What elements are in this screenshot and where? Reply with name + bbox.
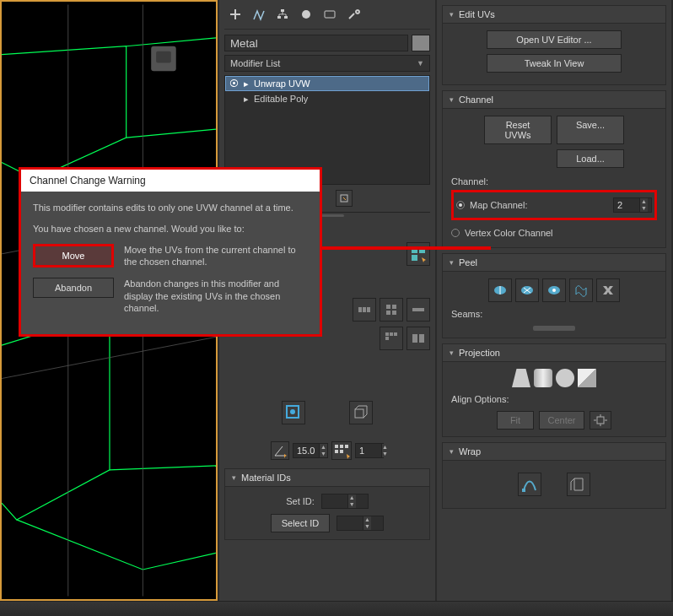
callout-line	[322, 246, 491, 250]
box-map-icon[interactable]	[578, 369, 596, 387]
angle-icon[interactable]	[271, 441, 289, 460]
projection-header[interactable]: Projection	[443, 344, 665, 362]
peel-quick-icon[interactable]	[488, 278, 512, 302]
shrink-sel-icon[interactable]	[380, 298, 403, 322]
cylindrical-map-icon[interactable]	[534, 369, 552, 387]
svg-rect-39	[345, 445, 348, 448]
peel-rollout: Peel Seams:	[442, 253, 666, 338]
svg-rect-3	[277, 16, 281, 19]
map-channel-spinner[interactable]: ▲▼	[613, 197, 652, 213]
wrap-rollout: Wrap	[442, 442, 666, 509]
unfold-map-icon[interactable]	[567, 473, 590, 496]
center-button[interactable]: Center	[539, 411, 584, 430]
expand-icon[interactable]: ▸	[244, 78, 249, 89]
select-id-button[interactable]: Select ID	[271, 514, 330, 532]
quick-box-icon[interactable]	[349, 401, 373, 424]
loop-sel-icon[interactable]	[406, 298, 430, 322]
abandon-description: Abandon changes in this modifier and dis…	[124, 278, 308, 314]
expand-icon[interactable]: ▸	[244, 94, 249, 105]
peel-reset-icon[interactable]	[515, 278, 539, 302]
svg-rect-31	[385, 337, 389, 340]
spin-down-icon[interactable]: ▼	[319, 451, 327, 457]
svg-rect-36	[355, 409, 363, 418]
channel-rollout: Channel Reset UVWs Save... Load... Chann…	[442, 90, 666, 248]
grid-snap-icon[interactable]	[331, 441, 352, 460]
abandon-button[interactable]: Abandon	[33, 278, 114, 298]
channel-section-label: Channel:	[451, 176, 657, 186]
object-color-swatch[interactable]	[412, 35, 430, 51]
motion-tab-icon[interactable]	[299, 7, 314, 22]
material-ids-rollout: Material IDs Set ID: ▲▼ Select ID ▲▼	[224, 468, 430, 540]
tweak-in-view-button[interactable]: Tweak In View	[487, 54, 622, 73]
reset-uvws-button[interactable]: Reset UVWs	[484, 116, 552, 144]
svg-rect-37	[335, 445, 338, 448]
modifier-list-label: Modifier List	[230, 58, 280, 68]
set-id-label: Set ID:	[286, 496, 315, 506]
svg-rect-40	[335, 450, 338, 453]
pelt-hide-icon[interactable]	[596, 278, 620, 302]
svg-rect-20	[358, 307, 362, 312]
svg-rect-24	[392, 305, 396, 309]
svg-point-45	[552, 289, 556, 292]
edit-uvs-header[interactable]: Edit UVs	[443, 6, 665, 24]
modifier-list-dropdown[interactable]: Modifier List ▼	[224, 55, 430, 72]
svg-rect-25	[386, 311, 390, 315]
wrap-header[interactable]: Wrap	[443, 443, 665, 461]
mirror-sel-icon[interactable]	[406, 327, 430, 350]
vertex-color-label: Vertex Color Channel	[465, 228, 553, 238]
planar-map-icon[interactable]	[512, 369, 530, 387]
svg-rect-4	[284, 16, 288, 19]
angle-spinner[interactable]: ▲▼	[293, 443, 328, 458]
eye-icon[interactable]: ⦿	[229, 78, 239, 89]
seams-scroll-indicator	[533, 326, 575, 331]
command-panel-tabs	[224, 5, 430, 30]
spline-map-icon[interactable]	[518, 473, 541, 496]
load-uvws-button[interactable]: Load...	[557, 149, 624, 168]
spherical-map-icon[interactable]	[556, 369, 574, 387]
svg-rect-32	[412, 334, 417, 343]
projection-rollout: Projection Align Options: Fit Center	[442, 343, 666, 437]
snap-spinner[interactable]: ▲▼	[355, 443, 384, 458]
spin-up-icon[interactable]: ▲	[319, 444, 327, 451]
stack-item-editable-poly[interactable]: ▸ Editable Poly	[225, 91, 429, 106]
object-name-field[interactable]	[224, 35, 408, 51]
display-tab-icon[interactable]	[322, 7, 337, 22]
channel-change-warning-dialog: Channel Change Warning This modifier con…	[19, 167, 322, 337]
stack-item-unwrap[interactable]: ⦿ ▸ Unwrap UVW	[225, 76, 429, 91]
peel-header[interactable]: Peel	[443, 254, 665, 272]
svg-rect-23	[386, 305, 390, 309]
configure-sets-button[interactable]	[336, 190, 353, 207]
svg-rect-30	[394, 332, 397, 336]
move-button[interactable]: Move	[33, 244, 114, 267]
svg-rect-41	[340, 450, 343, 453]
modify-tab-icon[interactable]	[251, 7, 267, 22]
hierarchy-tab-icon[interactable]	[275, 7, 290, 22]
pelt-map-icon[interactable]	[542, 278, 566, 302]
seams-label: Seams:	[451, 309, 657, 319]
relax-icon[interactable]	[569, 278, 593, 302]
svg-rect-21	[363, 307, 366, 312]
fit-button[interactable]: Fit	[497, 411, 534, 430]
material-ids-header[interactable]: Material IDs	[225, 469, 429, 487]
align-options-label: Align Options:	[451, 394, 657, 404]
quick-planar-icon[interactable]	[282, 401, 305, 424]
grow-sel-icon[interactable]	[353, 298, 376, 322]
utilities-tab-icon[interactable]	[346, 7, 361, 22]
svg-rect-2	[281, 9, 284, 12]
map-channel-label: Map Channel:	[470, 200, 528, 210]
map-channel-radio[interactable]	[456, 201, 465, 209]
svg-point-5	[302, 10, 310, 19]
open-uv-editor-button[interactable]: Open UV Editor ...	[487, 30, 622, 49]
move-description: Move the UVs from the current channel to…	[124, 244, 308, 268]
ring-sel-icon[interactable]	[380, 327, 403, 350]
svg-rect-26	[392, 311, 396, 315]
svg-rect-47	[522, 489, 525, 492]
save-uvws-button[interactable]: Save...	[557, 116, 624, 144]
svg-rect-33	[419, 334, 424, 343]
set-id-spinner[interactable]: ▲▼	[321, 494, 369, 509]
vertex-color-radio[interactable]	[451, 229, 460, 237]
channel-header[interactable]: Channel	[443, 91, 665, 109]
create-tab-icon[interactable]	[228, 7, 243, 22]
select-id-spinner[interactable]: ▲▼	[336, 516, 384, 531]
align-gizmo-icon[interactable]	[590, 411, 611, 430]
